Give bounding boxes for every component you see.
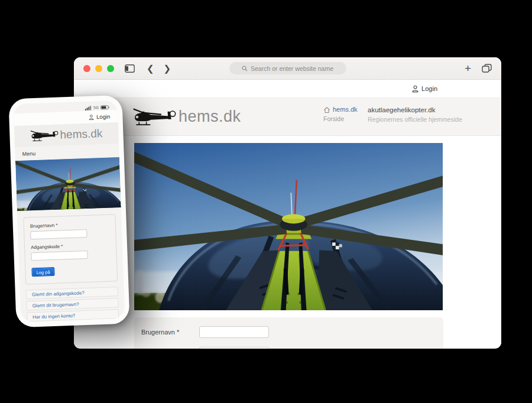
phone-username-field[interactable]	[30, 229, 87, 239]
zoom-window-button[interactable]	[107, 65, 114, 72]
password-field[interactable]	[199, 347, 269, 349]
phone-mockup: 5G Login hems.dk Menu Brugernavn * Adgan…	[8, 95, 129, 327]
helicopter-logo-icon	[30, 128, 59, 142]
breadcrumb-sub: Forside	[323, 115, 358, 124]
address-bar[interactable]: Search or enter website name	[229, 62, 346, 74]
forgot-username-link[interactable]: Glemt dit brugernavn?	[26, 298, 118, 310]
phone-site-logo[interactable]: hems.dk	[14, 122, 119, 147]
breadcrumb: hems.dk Forside	[323, 105, 358, 124]
breadcrumb-home-link[interactable]: hems.dk	[323, 105, 358, 115]
minimize-window-button[interactable]	[95, 65, 102, 72]
phone-logo-text: hems.dk	[60, 127, 103, 141]
no-account-link[interactable]: Har du ingen konto?	[27, 309, 119, 321]
browser-window: ❮ ❯ Search or enter website name +	[74, 57, 501, 349]
phone-screen: 5G Login hems.dk Menu Brugernavn * Adgan…	[14, 100, 125, 322]
webpage: Login hems.dk hems.dk Forside akutlaegeh…	[74, 80, 501, 348]
home-icon	[323, 106, 330, 113]
site-tagline: Regionernes officielle hjemmeside	[368, 115, 462, 124]
browser-toolbar: ❮ ❯ Search or enter website name +	[74, 57, 501, 80]
network-label: 5G	[93, 105, 99, 109]
search-icon	[242, 66, 248, 72]
back-button[interactable]: ❮	[147, 63, 154, 74]
window-controls	[83, 65, 114, 72]
sidebar-icon[interactable]	[125, 64, 135, 73]
forgot-password-link[interactable]: Glemt din adgangskode?	[26, 287, 118, 299]
login-form: Brugernavn * Adgangskode *	[134, 317, 443, 349]
site-title-block: akutlaegehelikopter.dk Regionernes offic…	[368, 105, 462, 124]
helicopter-logo-icon	[133, 107, 177, 127]
close-window-button[interactable]	[83, 65, 90, 72]
top-login-bar: Login	[74, 80, 501, 98]
tab-overview-icon[interactable]	[482, 64, 492, 73]
phone-help-links: Glemt din adgangskode? Glemt dit brugern…	[26, 287, 119, 321]
site-logo-text: hems.dk	[179, 108, 241, 126]
forward-button[interactable]: ❯	[164, 63, 171, 74]
login-submit-button[interactable]: Log på	[31, 267, 54, 277]
username-label: Brugernavn *	[30, 221, 109, 229]
new-tab-button[interactable]: +	[465, 63, 471, 74]
login-label: Login	[421, 85, 437, 92]
battery-icon	[100, 105, 110, 110]
signal-icon	[85, 105, 92, 110]
person-icon	[411, 85, 419, 93]
helicopter-photo	[134, 143, 443, 310]
phone-helicopter-photo	[15, 157, 121, 211]
login-link[interactable]: Login	[411, 85, 437, 93]
site-title: akutlaegehelikopter.dk	[368, 105, 462, 115]
page-content	[74, 136, 501, 310]
username-label: Brugernavn *	[141, 329, 199, 336]
password-label: Adgangskode *	[31, 242, 110, 251]
address-bar-placeholder: Search or enter website name	[251, 65, 333, 72]
person-icon	[88, 114, 94, 120]
username-field[interactable]	[199, 326, 269, 338]
phone-login-form: Brugernavn * Adgangskode * Log på	[23, 214, 118, 284]
phone-password-field[interactable]	[31, 251, 87, 261]
site-logo[interactable]: hems.dk	[133, 107, 241, 127]
phone-login-label: Login	[96, 113, 111, 121]
site-header: hems.dk hems.dk Forside akutlaegehelikop…	[74, 98, 501, 136]
